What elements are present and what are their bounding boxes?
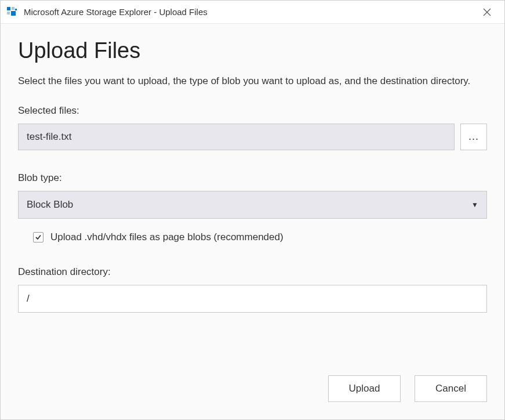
svg-rect-1 (12, 7, 14, 10)
vhd-checkbox-label: Upload .vhd/vhdx files as page blobs (re… (50, 231, 284, 243)
azure-storage-icon (6, 6, 18, 18)
svg-rect-2 (7, 12, 10, 15)
selected-files-display: test-file.txt (18, 124, 455, 150)
blob-type-select[interactable]: Block Blob ▼ (18, 191, 487, 219)
close-button[interactable] (475, 1, 499, 24)
upload-button[interactable]: Upload (328, 375, 401, 402)
button-row: Upload Cancel (18, 375, 487, 402)
browse-files-button[interactable]: ... (460, 124, 487, 150)
blob-type-label: Blob type: (18, 172, 487, 184)
svg-rect-4 (15, 9, 17, 10)
selected-files-label: Selected files: (18, 105, 487, 117)
page-title: Upload Files (18, 38, 487, 63)
titlebar: Microsoft Azure Storage Explorer - Uploa… (1, 1, 504, 24)
vhd-checkbox-row: Upload .vhd/vhdx files as page blobs (re… (18, 231, 487, 243)
upload-files-dialog: Microsoft Azure Storage Explorer - Uploa… (0, 0, 505, 420)
selected-files-row: test-file.txt ... (18, 124, 487, 150)
svg-rect-0 (7, 7, 10, 10)
destination-label: Destination directory: (18, 266, 487, 278)
page-description: Select the files you want to upload, the… (18, 74, 487, 89)
blob-type-select-wrap: Block Blob ▼ (18, 191, 487, 219)
chevron-down-icon: ▼ (471, 201, 478, 209)
vhd-checkbox[interactable] (33, 232, 43, 242)
cancel-button[interactable]: Cancel (415, 375, 487, 402)
destination-directory-input[interactable] (18, 285, 487, 313)
checkmark-icon (35, 234, 42, 241)
window-title: Microsoft Azure Storage Explorer - Uploa… (24, 7, 475, 17)
svg-rect-3 (11, 11, 16, 16)
blob-type-value: Block Blob (27, 199, 73, 211)
close-icon (483, 8, 491, 16)
dialog-content: Upload Files Select the files you want t… (1, 24, 504, 419)
